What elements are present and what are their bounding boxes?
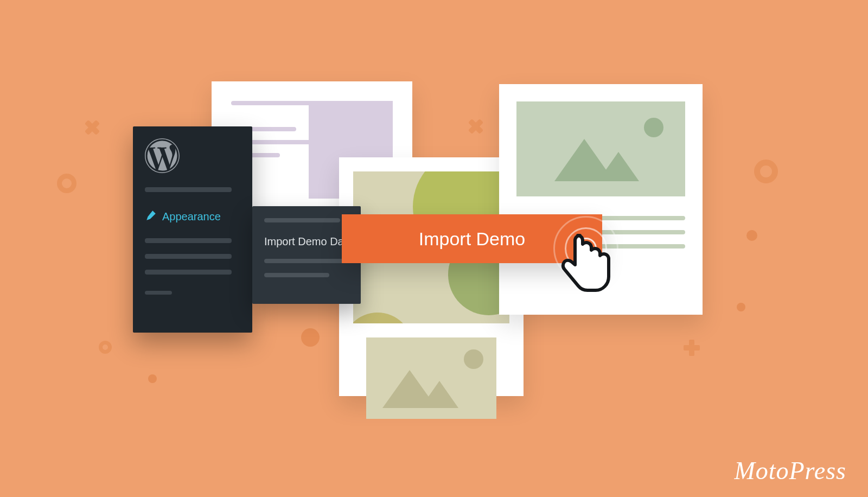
sidebar-item-placeholder (145, 270, 232, 275)
sidebar-collapse-placeholder (145, 291, 172, 295)
decoration-plus: .plus::before{ width:30px; height:10px; … (684, 340, 700, 356)
decoration-ring (57, 174, 76, 193)
decoration-ring (99, 341, 112, 354)
decoration-ring (754, 160, 778, 183)
sidebar-item-placeholder (145, 254, 232, 259)
flyout-item-placeholder (264, 273, 329, 277)
wordpress-logo-icon (145, 138, 240, 175)
cursor-pointer (542, 222, 629, 331)
sidebar-item-appearance[interactable]: Appearance (133, 203, 252, 231)
sidebar-item-label: Appearance (162, 211, 221, 223)
sidebar-item-placeholder (145, 238, 232, 243)
decoration-dot (737, 303, 745, 311)
hand-pointer-icon (557, 229, 616, 310)
decoration-cross: .cross::before{ width:30px; height:10px;… (84, 119, 100, 136)
sidebar-item-placeholder (145, 187, 232, 192)
button-label: Import Demo (419, 228, 526, 250)
wp-admin-sidebar: Appearance (133, 126, 252, 333)
decoration-dot (746, 230, 757, 241)
placeholder-line (231, 101, 312, 105)
flyout-item-placeholder (264, 259, 346, 263)
decoration-dot (301, 328, 320, 347)
motopress-logo: MotoPress (734, 456, 846, 485)
decoration-cross (468, 118, 484, 135)
demo-card-olive (339, 157, 524, 396)
image-placeholder (366, 337, 496, 419)
image-placeholder (516, 101, 685, 196)
decoration-dot (148, 374, 157, 383)
flyout-item-placeholder (264, 218, 340, 222)
brush-icon (145, 209, 157, 224)
